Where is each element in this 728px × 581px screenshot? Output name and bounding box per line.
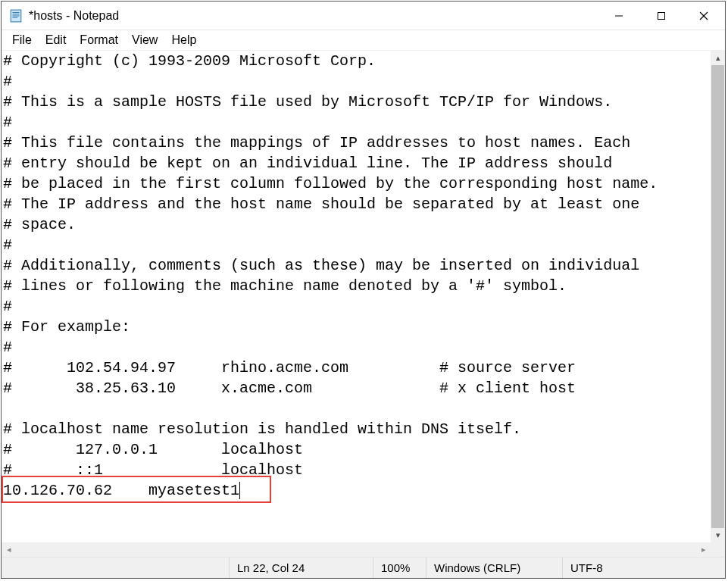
horizontal-scrollbar[interactable]: ◂ ▸ <box>2 542 725 557</box>
minimize-button[interactable] <box>598 2 640 30</box>
editor-body: # Copyright (c) 1993-2009 Microsoft Corp… <box>2 51 725 542</box>
editor-line: # For example: <box>3 317 711 337</box>
window-controls <box>598 2 725 30</box>
menu-bar: File Edit Format View Help <box>2 30 725 50</box>
horizontal-scroll-track[interactable] <box>16 542 696 557</box>
scroll-corner <box>711 542 725 557</box>
editor-line: # space. <box>3 214 711 235</box>
vertical-scrollbar[interactable]: ▴ ▾ <box>711 51 725 542</box>
editor-area: # Copyright (c) 1993-2009 Microsoft Corp… <box>2 50 725 557</box>
editor-line: # Additionally, comments (such as these)… <box>3 255 711 276</box>
editor-line: # <box>3 71 711 92</box>
editor-line: # ::1 localhost <box>3 460 711 480</box>
editor-line: # entry should be kept on an individual … <box>3 153 711 173</box>
scroll-up-arrow-icon[interactable]: ▴ <box>711 51 725 65</box>
window-title: *hosts - Notepad <box>29 9 598 23</box>
editor-line: # <box>3 112 711 133</box>
status-line-ending: Windows (CRLF) <box>426 558 562 578</box>
notepad-icon <box>9 9 23 23</box>
editor-line: # lines or following the machine name de… <box>3 276 711 296</box>
editor-line <box>3 398 711 419</box>
editor-line: # <box>3 296 711 317</box>
editor-line: # 38.25.63.10 x.acme.com # x client host <box>3 378 711 398</box>
scroll-right-arrow-icon[interactable]: ▸ <box>696 542 711 557</box>
text-editor[interactable]: # Copyright (c) 1993-2009 Microsoft Corp… <box>2 51 711 542</box>
status-bar: Ln 22, Col 24 100% Windows (CRLF) UTF-8 <box>2 557 725 578</box>
menu-format[interactable]: Format <box>73 33 124 48</box>
status-encoding: UTF-8 <box>562 558 725 578</box>
editor-line: 10.126.70.62 myasetest1 <box>3 480 711 501</box>
editor-line: # <box>3 235 711 255</box>
editor-line: # Copyright (c) 1993-2009 Microsoft Corp… <box>3 51 711 71</box>
editor-line: # 102.54.94.97 rhino.acme.com # source s… <box>3 358 711 378</box>
status-zoom: 100% <box>373 558 426 578</box>
editor-line: # This is a sample HOSTS file used by Mi… <box>3 92 711 112</box>
close-button[interactable] <box>683 2 725 30</box>
menu-view[interactable]: View <box>126 33 164 48</box>
vertical-scroll-track[interactable] <box>711 65 725 528</box>
vertical-scroll-thumb[interactable] <box>711 65 724 528</box>
svg-rect-6 <box>658 12 665 19</box>
editor-line: # localhost name resolution is handled w… <box>3 419 711 439</box>
editor-line: # <box>3 337 711 358</box>
menu-edit[interactable]: Edit <box>39 33 73 48</box>
title-bar: *hosts - Notepad <box>2 2 725 30</box>
status-blank <box>2 558 229 578</box>
menu-file[interactable]: File <box>6 33 38 48</box>
editor-line: # The IP address and the host name shoul… <box>3 194 711 214</box>
menu-help[interactable]: Help <box>165 33 202 48</box>
scroll-left-arrow-icon[interactable]: ◂ <box>2 542 16 557</box>
notepad-window: *hosts - Notepad File Edit Format View H… <box>1 1 726 579</box>
editor-line: # be placed in the first column followed… <box>3 173 711 194</box>
editor-line: # 127.0.0.1 localhost <box>3 439 711 460</box>
status-position: Ln 22, Col 24 <box>229 558 373 578</box>
editor-line: # This file contains the mappings of IP … <box>3 133 711 153</box>
maximize-button[interactable] <box>640 2 683 30</box>
scroll-down-arrow-icon[interactable]: ▾ <box>711 528 725 542</box>
